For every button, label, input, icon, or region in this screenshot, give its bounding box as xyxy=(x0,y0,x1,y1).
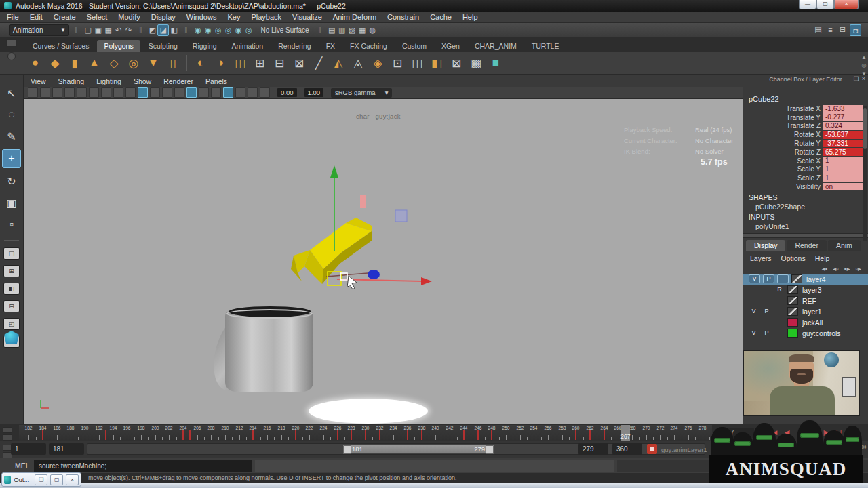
channel-value-translate-x[interactable]: -1.633 xyxy=(823,105,863,113)
snap-curve-icon[interactable]: ◉ xyxy=(203,25,213,35)
layer-color-swatch[interactable] xyxy=(791,274,802,283)
move-tool[interactable]: + xyxy=(2,149,21,168)
layer-color-swatch[interactable] xyxy=(787,329,798,338)
new-scene-icon[interactable]: ▢ xyxy=(83,25,93,35)
make-live-icon[interactable]: ◎ xyxy=(243,25,254,35)
layout-persp-outliner[interactable]: ◧ xyxy=(3,283,20,295)
menu-key[interactable]: Key xyxy=(227,13,240,21)
exposure-field[interactable]: 0.00 xyxy=(277,88,297,97)
shelf-tab-char-anim[interactable]: CHAR_ANIM xyxy=(468,40,524,52)
insert-edge-loop-icon[interactable]: ◫ xyxy=(409,55,425,71)
popup-close-icon[interactable]: × xyxy=(66,474,79,485)
shelf-tab-curves-surfaces[interactable]: Curves / Surfaces xyxy=(26,40,96,52)
shelf-tab-polygons[interactable]: Polygons xyxy=(97,40,140,52)
shelf-tab-turtle[interactable]: TURTLE xyxy=(525,40,566,52)
divider[interactable]: ‖ xyxy=(184,26,187,34)
next-frame-button[interactable]: |▶ xyxy=(820,427,831,438)
layer-color-swatch[interactable] xyxy=(787,318,798,327)
shelf-tab-sculpting[interactable]: Sculpting xyxy=(142,40,184,52)
viewport-toolbar-icon-8[interactable] xyxy=(125,87,136,98)
target-weld-icon[interactable]: ⊠ xyxy=(448,55,465,71)
menu-set-dropdown[interactable]: Animation▼ xyxy=(9,24,69,36)
viewport-toolbar-icon-1[interactable] xyxy=(40,87,50,98)
channel-box-toggle-icon[interactable]: ◘ xyxy=(850,24,861,36)
channel-box-header[interactable]: Channel Box / Layer Editor ❏× xyxy=(743,75,868,84)
input-node-name[interactable]: polyUnite1 xyxy=(743,221,868,230)
edge-flow-icon[interactable]: ⊡ xyxy=(389,55,406,71)
viewport-toolbar-icon-15[interactable] xyxy=(211,87,221,98)
boolean-icon[interactable]: ⊠ xyxy=(291,55,307,71)
layer-row-layer3[interactable]: Rlayer3 xyxy=(743,285,868,296)
popup-restore-icon[interactable]: ❏ xyxy=(35,474,47,485)
channel-value-translate-z[interactable]: 0.324 xyxy=(823,122,863,130)
character-set-selector[interactable]: No Character Set xyxy=(760,443,809,451)
divider[interactable]: ‖ xyxy=(75,26,77,34)
quad-draw-icon[interactable]: ◧ xyxy=(429,55,445,71)
panel-splitter[interactable] xyxy=(743,233,868,238)
layout-single-pane[interactable]: ▢ xyxy=(3,247,20,260)
save-scene-icon[interactable]: ▦ xyxy=(103,25,113,35)
channel-value-rotate-z[interactable]: 65.275 xyxy=(823,148,863,157)
channel-value-rotate-y[interactable]: -37.331 xyxy=(823,140,863,148)
snap-grid-icon[interactable]: ◉ xyxy=(193,25,203,35)
playback-start-field[interactable]: 181 xyxy=(49,443,84,455)
restore-button[interactable]: ▢ xyxy=(816,0,834,9)
divider[interactable]: ‖ xyxy=(139,26,142,34)
layer-color-swatch[interactable] xyxy=(787,296,798,305)
poly-cylinder-icon[interactable]: ▮ xyxy=(66,55,83,71)
viewport-toolbar-icon-11[interactable] xyxy=(162,87,172,98)
range-end-handle[interactable] xyxy=(486,445,494,454)
color-space-dropdown[interactable]: sRGB gamma▾ xyxy=(331,88,392,98)
shelf-tab-fx-caching[interactable]: FX Caching xyxy=(343,40,394,52)
select-tool[interactable]: ↖ xyxy=(3,84,20,102)
snap-view-plane-icon[interactable]: ◉ xyxy=(233,25,243,35)
viewport-toolbar-icon-17[interactable] xyxy=(235,87,245,98)
animation-end-field[interactable]: 360 xyxy=(612,443,642,455)
open-scene-icon[interactable]: ▣ xyxy=(93,25,103,35)
mirror-icon[interactable]: ◫ xyxy=(232,55,248,71)
poly-pipe-icon[interactable]: ▯ xyxy=(165,55,181,71)
viewport-toolbar-icon-4[interactable] xyxy=(77,87,87,98)
layout-hypershade-persp[interactable]: ◰ xyxy=(3,318,20,330)
next-key-button[interactable]: ▶| xyxy=(833,427,844,438)
layer-row-layer1[interactable]: VPlayer1 xyxy=(743,306,868,317)
move-layer-down-icon[interactable]: ◂▫ xyxy=(833,265,839,272)
viewport-toolbar-icon-10[interactable] xyxy=(150,87,160,98)
menu-create[interactable]: Create xyxy=(54,13,76,21)
keyframe-tick[interactable] xyxy=(491,430,492,440)
panel-menu-view[interactable]: View xyxy=(31,77,46,85)
bridge-icon[interactable]: ◬ xyxy=(350,55,366,71)
playback-end-field[interactable]: 279 xyxy=(578,443,608,455)
channel-value-translate-y[interactable]: -0.277 xyxy=(823,113,863,121)
paint-effects-icon[interactable]: ◍ xyxy=(368,25,378,35)
playback-range-bar[interactable]: 181 279 xyxy=(343,445,494,453)
move-manipulator[interactable] xyxy=(295,146,451,296)
render-settings-icon[interactable]: ▦ xyxy=(357,25,368,35)
minimize-button[interactable]: — xyxy=(799,0,816,9)
channel-box-scrollbar[interactable] xyxy=(863,106,867,241)
attribute-editor-toggle-icon[interactable]: ≡ xyxy=(825,24,835,35)
keyframe-tick[interactable] xyxy=(589,430,591,440)
render-view-icon[interactable]: ▤ xyxy=(327,25,337,35)
keyframe-tick[interactable] xyxy=(351,430,352,440)
channel-value-scale-x[interactable]: 1 xyxy=(823,157,863,165)
panel-menu-lighting[interactable]: Lighting xyxy=(96,77,121,85)
keyframe-tick[interactable] xyxy=(421,430,422,440)
viewport-toolbar-icon-9[interactable] xyxy=(138,87,148,98)
viewport-toolbar-icon-16[interactable] xyxy=(223,87,233,98)
rotate-tool[interactable]: ↻ xyxy=(3,172,20,190)
current-frame-field[interactable]: 267 xyxy=(719,428,754,438)
popup-window-icon[interactable]: ▢ xyxy=(50,474,63,485)
render-current-frame-icon[interactable]: ▥ xyxy=(337,25,347,35)
current-frame-indicator[interactable]: 267 xyxy=(621,425,630,441)
bevel-icon[interactable]: ◭ xyxy=(330,55,347,71)
menu-select[interactable]: Select xyxy=(87,13,108,21)
viewport-toolbar-icon-7[interactable] xyxy=(113,87,123,98)
time-slider-grip[interactable] xyxy=(3,427,12,441)
viewport-toolbar-icon-19[interactable] xyxy=(260,87,270,98)
layer-editor-tab-display[interactable]: Display xyxy=(746,240,785,251)
last-tool[interactable]: ▫ xyxy=(3,216,20,233)
ufo-beam-disc[interactable] xyxy=(309,399,428,424)
ipr-render-icon[interactable]: ▧ xyxy=(347,25,357,35)
layer-editor-tab-anim[interactable]: Anim xyxy=(828,240,861,251)
